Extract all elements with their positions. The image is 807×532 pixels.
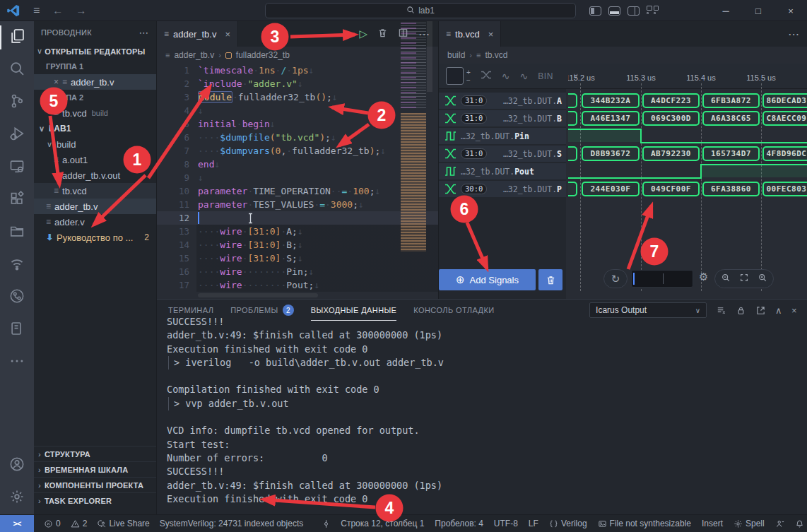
explorer-item-tb.vcd[interactable]: ≡tb.vcdbuild [34, 105, 156, 121]
activity-more[interactable] [0, 346, 34, 379]
code-line-4[interactable]: 4↓ [157, 104, 438, 117]
status-live-share[interactable]: Live Share [97, 519, 149, 528]
analog-wave-icon[interactable]: ∿ [502, 71, 510, 82]
signal-row-B[interactable]: 31:0…32_tb.DUT.B [439, 110, 566, 126]
explorer-item-Руководство-по-...[interactable]: ⬇Руководство по ...2 [34, 230, 156, 245]
customize-layout-icon[interactable] [647, 6, 659, 16]
explorer-item-a.out1[interactable]: ≡a.out1 [34, 152, 156, 167]
explorer-item-ГРУППА-1[interactable]: ГРУППА 1 [34, 59, 156, 74]
zoom-in-icon[interactable] [758, 273, 767, 285]
run-button[interactable]: ▷ [359, 28, 367, 40]
signal-row-Pout[interactable]: …32_tb.DUT.Pout [439, 163, 566, 179]
activity-git-graph[interactable] [0, 281, 34, 314]
code-line-6[interactable]: 6····$dumpfile("tb.vcd");↓ [157, 131, 438, 144]
forward-icon[interactable]: → [76, 4, 86, 16]
minimize-button[interactable]: ─ [709, 0, 742, 21]
output-log[interactable]: SUCCESS!!!adder_tb.v:49: $finish called … [167, 315, 801, 514]
code-line-7[interactable]: 7····$dumpvars(0,·fulladder32_tb);↓ [157, 144, 438, 158]
activity-source-control[interactable] [0, 86, 34, 119]
open-in-editor-icon[interactable] [755, 305, 766, 316]
increase-icon[interactable]: + [466, 69, 471, 76]
breadcrumb[interactable]: ≡ adder_tb.v › fulladder32_tb [157, 47, 438, 64]
signal-row-Pin[interactable]: …32_tb.DUT.Pin [439, 128, 566, 144]
tab-close-icon[interactable]: × [225, 29, 230, 40]
activity-explorer[interactable] [0, 21, 34, 54]
status-cursor-position[interactable]: Строка 12, столбец 1 [341, 519, 424, 528]
activity-extensions[interactable] [0, 184, 34, 216]
status-language-mode[interactable]: Verilog [549, 519, 587, 528]
close-editor-icon[interactable]: × [54, 77, 59, 87]
maximize-panel-icon[interactable]: ∧ [775, 305, 782, 316]
tab-tb-vcd[interactable]: ≡ tb.vcd × [439, 21, 501, 47]
explorer-item-adder_tb.v[interactable]: ×≡adder_tb.v [34, 74, 156, 90]
status-insert-mode[interactable]: Insert [702, 519, 723, 528]
explorer-item-build[interactable]: ∨build [34, 136, 156, 152]
lock-icon[interactable] [736, 305, 746, 316]
code-line-5[interactable]: 5initial·begin↓ [157, 117, 438, 131]
wave-breadcrumb[interactable]: build › ≡ tb.vcd [439, 47, 807, 64]
bus-format-icon[interactable] [481, 69, 492, 83]
status-systemverilog-status[interactable]: SystemVerilog: 24731 indexed objects [160, 519, 303, 528]
status-encoding[interactable]: UTF-8 [494, 519, 518, 528]
time-input[interactable] [631, 270, 693, 288]
toggle-sidebar-icon[interactable] [589, 6, 601, 16]
code-line-13[interactable]: 13····wire·[31:0]·A;↓ [157, 225, 438, 238]
code-line-1[interactable]: 1`timescale·1ns·/·1ps↓ [157, 64, 438, 77]
zoom-out-icon[interactable] [721, 273, 731, 285]
explorer-item-adder.v[interactable]: ≡adder.v [34, 214, 156, 230]
add-signals-button[interactable]: ⊕ Add Signals [439, 269, 536, 290]
zoom-fit-icon[interactable] [739, 273, 749, 285]
code-line-17[interactable]: 17····wire········Pout;↓ [157, 278, 438, 292]
activity-account[interactable] [0, 449, 34, 482]
toggle-panel-icon[interactable] [608, 6, 620, 16]
signal-row-A[interactable]: 31:0…32_tb.DUT.A [439, 93, 566, 109]
code-line-11[interactable]: 11parameter·TEST_VALUES·=·3000;↓ [157, 198, 438, 211]
status-commit-indicator[interactable] [322, 519, 331, 528]
remote-indicator[interactable]: >< [0, 515, 34, 532]
command-search-input[interactable]: lab1 [265, 3, 576, 18]
back-icon[interactable]: ← [52, 4, 63, 16]
code-line-12[interactable]: 12 [157, 211, 438, 225]
radix-select[interactable]: BIN [538, 71, 553, 81]
explorer-item-tb.vcd[interactable]: ≡tb.vcd [34, 183, 156, 199]
trash-icon[interactable] [377, 28, 388, 41]
status-synthesis-status[interactable]: File not synthesizable [598, 519, 691, 528]
wave-settings-icon[interactable]: ⚙ [699, 271, 708, 283]
status-warnings[interactable]: 2 [71, 519, 88, 528]
activity-search[interactable] [0, 54, 34, 86]
code-line-14[interactable]: 14····wire·[31:0]·B;↓ [157, 238, 438, 252]
close-button[interactable]: × [774, 0, 807, 21]
section-временная-шкала[interactable]: ›ВРЕМЕННАЯ ШКАЛА [34, 461, 156, 477]
signal-row-S[interactable]: 31:0…32_tb.DUT.S [439, 146, 566, 162]
horizontal-scrollbar[interactable] [198, 293, 318, 297]
code-area[interactable]: 1`timescale·1ns·/·1ps↓2`include·"adder.v… [157, 64, 438, 299]
status-spell[interactable]: Spell [734, 519, 765, 528]
toggle-secondary-sidebar-icon[interactable] [628, 6, 640, 16]
code-line-10[interactable]: 10parameter·TIME_OPERATION··=·100;↓ [157, 184, 438, 198]
status-eol[interactable]: LF [529, 519, 538, 528]
explorer-item-LAB1[interactable]: ∨LAB1 [34, 121, 156, 136]
status-feedback[interactable] [775, 519, 784, 528]
activity-wireless[interactable] [0, 249, 34, 281]
code-line-2[interactable]: 2`include·"adder.v"↓ [157, 77, 438, 90]
minimap[interactable] [399, 21, 432, 299]
maximize-button[interactable]: □ [742, 0, 774, 21]
clear-output-icon[interactable] [716, 305, 726, 316]
code-line-9[interactable]: 9↓ [157, 171, 438, 184]
reload-button[interactable]: ↻ [603, 269, 628, 288]
explorer-more-icon[interactable]: ⋯ [139, 27, 149, 38]
activity-remote-explorer[interactable] [0, 151, 34, 184]
section-компоненты-проекта[interactable]: ›КОМПОНЕНТЫ ПРОЕКТА [34, 477, 156, 492]
code-line-16[interactable]: 16····wire········Pin;↓ [157, 265, 438, 278]
explorer-item-ГРУППА-2[interactable]: ГРУППА 2 [34, 90, 156, 105]
explorer-item-adder_tb.v[interactable]: ≡adder_tb.v [34, 199, 156, 214]
section-task-explorer[interactable]: ›TASK EXPLORER [34, 492, 156, 508]
menu-icon[interactable]: ≡ [33, 4, 40, 17]
waveform-canvas[interactable]: 115.2 us115.3 us115.4 us115.5 us344B232A… [568, 65, 807, 298]
activity-notebook[interactable] [0, 314, 34, 346]
more-actions-icon[interactable]: ⋯ [788, 28, 799, 41]
activity-settings[interactable] [0, 482, 34, 514]
tab-close-icon[interactable]: × [488, 29, 494, 40]
status-indentation[interactable]: Пробелов: 4 [435, 519, 483, 528]
tab-adder-tb[interactable]: ≡ adder_tb.v × [157, 21, 238, 47]
